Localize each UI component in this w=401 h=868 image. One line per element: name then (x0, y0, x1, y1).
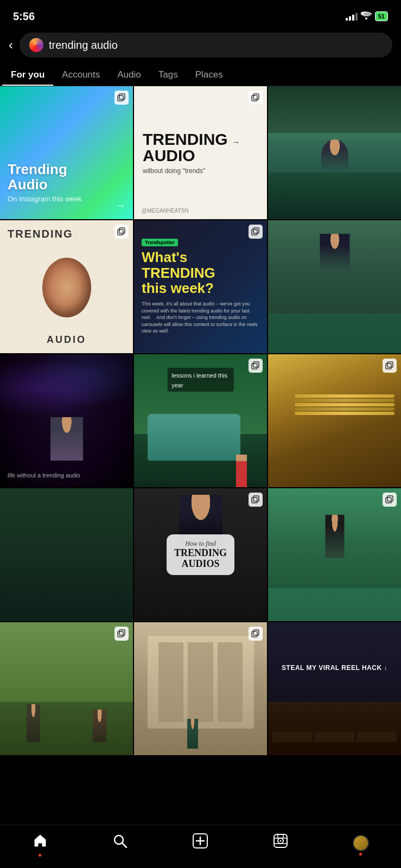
grid-item-4[interactable]: TRENDING AUDIO (0, 220, 133, 353)
grid-item-9[interactable] (268, 354, 401, 487)
svg-rect-4 (118, 229, 123, 235)
svg-rect-15 (387, 496, 393, 501)
tab-accounts[interactable]: Accounts (53, 63, 109, 86)
svg-rect-10 (386, 363, 391, 369)
home-icon (33, 833, 48, 852)
signal-icon (346, 12, 358, 21)
cell-2-subtitle: wilbout doing "trends" (143, 167, 205, 175)
cell-1-subtitle: On Instagram this week (8, 195, 125, 203)
svg-rect-14 (386, 497, 391, 503)
back-button[interactable]: ‹ (9, 37, 13, 53)
multi-icon-12 (383, 493, 397, 507)
multi-icon-1 (114, 91, 129, 105)
cell-4-bottom-text: AUDIO (47, 334, 86, 346)
cell-5-title: What'sTRENDINGthis week? (142, 250, 259, 296)
nav-add[interactable] (186, 831, 215, 855)
svg-rect-8 (252, 363, 257, 369)
grid-item-13[interactable] (0, 622, 133, 755)
search-nav-icon (112, 833, 128, 852)
svg-rect-9 (253, 362, 259, 367)
grid-item-6[interactable] (268, 220, 401, 353)
status-bar: 5:56 51 (0, 0, 401, 29)
cell-5-content: Trendspotter What'sTRENDINGthis week? Th… (134, 220, 267, 353)
multi-icon-4 (114, 225, 129, 239)
status-icons: 51 (346, 11, 388, 22)
multi-icon-14 (249, 627, 263, 641)
tab-for-you[interactable]: For you (2, 63, 53, 86)
home-dot (39, 854, 41, 857)
multi-icon-11 (249, 493, 263, 507)
grid-item-8[interactable]: lessons i learned this year (134, 354, 267, 487)
nav-reels[interactable] (266, 831, 295, 854)
grid-item-12[interactable] (268, 488, 401, 621)
search-bar[interactable]: trending audio (20, 33, 392, 58)
multi-icon-8 (249, 359, 263, 373)
grid-item-2[interactable]: TRENDINGAUDIO → wilbout doing "trends" @… (134, 86, 267, 219)
svg-rect-1 (119, 94, 125, 99)
multi-icon-13 (114, 627, 129, 641)
grid-item-7[interactable]: life without a trending audio (0, 354, 133, 487)
multi-icon-2 (249, 91, 263, 105)
grid-item-5[interactable]: Trendspotter What'sTRENDINGthis week? Th… (134, 220, 267, 353)
cell-4-content: TRENDING AUDIO (0, 220, 133, 353)
cell-5-body: This week, it's all about that audio – w… (142, 301, 259, 335)
search-logo-icon (29, 38, 43, 52)
grid-item-15[interactable]: STEAL MY VIRAL REEL HACK ↓ (268, 622, 401, 755)
battery-icon: 51 (375, 11, 388, 21)
cell-8-caption: lessons i learned this year (171, 372, 227, 388)
multi-icon-9 (383, 359, 397, 373)
profile-dot (359, 853, 362, 856)
add-icon (192, 833, 208, 853)
cell-11-overlay: How to find TRENDINGAUDIOS (134, 488, 267, 621)
svg-rect-12 (252, 497, 257, 503)
nav-search[interactable] (106, 831, 134, 854)
bottom-nav (0, 825, 401, 868)
cell-7-caption: life without a trending audio (8, 472, 80, 478)
grid-item-3[interactable] (268, 86, 401, 219)
cell-1-title: TrendingAudio (8, 162, 125, 193)
cell-2-content: TRENDINGAUDIO → wilbout doing "trends" (134, 86, 267, 219)
reels-icon (273, 833, 288, 852)
svg-rect-3 (253, 94, 259, 99)
results-grid: TrendingAudio On Instagram this week → T… (0, 86, 401, 755)
grid-item-14[interactable] (134, 622, 267, 755)
nav-home[interactable] (26, 831, 54, 854)
cell-2-handle: @MEGANHEATSN (142, 208, 189, 214)
svg-rect-18 (252, 631, 257, 637)
wifi-icon (361, 11, 372, 22)
svg-rect-0 (118, 95, 123, 101)
cell-4-oval (42, 258, 91, 317)
status-time: 5:56 (13, 10, 35, 23)
svg-line-21 (122, 843, 126, 847)
cell-15-text: STEAL MY VIRAL REEL HACK ↓ (282, 664, 387, 672)
svg-point-27 (279, 840, 281, 842)
svg-rect-16 (118, 631, 123, 637)
grid-item-1[interactable]: TrendingAudio On Instagram this week → (0, 86, 133, 219)
svg-rect-17 (119, 630, 125, 635)
grid-item-11[interactable]: How to find TRENDINGAUDIOS (134, 488, 267, 621)
svg-rect-2 (252, 95, 257, 101)
cell-1-overlay: TrendingAudio On Instagram this week (0, 153, 133, 219)
cell-2-title: TRENDINGAUDIO (143, 131, 228, 164)
cell-4-top-text: TRENDING (8, 228, 73, 240)
cell-11-label: How to find (174, 540, 227, 548)
search-query-text: trending audio (49, 39, 118, 52)
tab-audio[interactable]: Audio (109, 63, 149, 86)
svg-rect-11 (387, 362, 393, 367)
nav-profile[interactable] (346, 833, 375, 853)
multi-icon-5 (249, 225, 263, 239)
svg-rect-19 (253, 630, 259, 635)
svg-rect-13 (253, 496, 259, 501)
svg-rect-6 (252, 229, 257, 235)
svg-rect-7 (253, 228, 259, 233)
search-bar-row: ‹ trending audio (0, 29, 401, 63)
cell-2-arrow: → (232, 138, 240, 146)
grid-item-10[interactable] (0, 488, 133, 621)
profile-avatar (353, 835, 369, 851)
tab-tags[interactable]: Tags (150, 63, 187, 86)
cell-1-arrow-icon: → (116, 200, 125, 212)
tab-places[interactable]: Places (187, 63, 232, 86)
cell-11-title: TRENDINGAUDIOS (174, 548, 227, 570)
trendspotter-badge: Trendspotter (142, 239, 178, 246)
svg-rect-5 (119, 228, 125, 233)
